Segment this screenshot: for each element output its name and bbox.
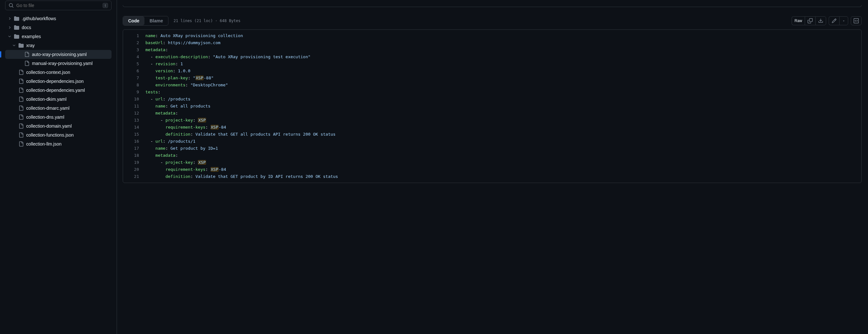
file-icon bbox=[19, 123, 24, 129]
code-line[interactable]: 2baseUrl: https://dummyjson.com bbox=[123, 39, 861, 47]
file-icon bbox=[19, 79, 24, 84]
line-content: requirement-keys: XSP-84 bbox=[146, 166, 861, 173]
copy-button[interactable] bbox=[805, 16, 815, 25]
line-content: - url: /products/1 bbox=[146, 138, 861, 145]
tree-item-manual-xray-provisioning-yaml[interactable]: manual-xray-provisioning.yaml bbox=[5, 59, 112, 68]
tree-label: collection-dependencies.json bbox=[26, 79, 84, 84]
file-icon bbox=[24, 61, 29, 66]
tree-item-collection-context-json[interactable]: collection-context.json bbox=[5, 68, 112, 77]
tree-item-collection-dns-yaml[interactable]: collection-dns.yaml bbox=[5, 113, 112, 121]
tree-label: .github/workflows bbox=[22, 16, 56, 21]
code-line[interactable]: 21 definition: Validate that GET product… bbox=[123, 173, 861, 180]
line-number: 21 bbox=[123, 173, 146, 180]
tree-label: collection-context.json bbox=[26, 70, 70, 75]
code-line[interactable]: 13 - project-key: XSP bbox=[123, 117, 861, 124]
tree-item-collection-dependencies-yaml[interactable]: collection-dependencies.yaml bbox=[5, 86, 112, 95]
code-line[interactable]: 11 name: Get all products bbox=[123, 103, 861, 110]
triangle-down-icon bbox=[842, 19, 845, 22]
code-line[interactable]: 19 - project-key: XSP bbox=[123, 159, 861, 166]
tree-item--github-workflows[interactable]: .github/workflows bbox=[5, 14, 112, 23]
tree-item-xray[interactable]: xray bbox=[5, 41, 112, 50]
pencil-icon bbox=[832, 18, 837, 23]
code-line[interactable]: 5 - revision: 1 bbox=[123, 60, 861, 67]
code-line[interactable]: 17 name: Get product by ID=1 bbox=[123, 145, 861, 152]
copy-icon bbox=[808, 18, 813, 23]
line-content: metadata: bbox=[146, 152, 861, 159]
code-line[interactable]: 3metadata: bbox=[123, 47, 861, 53]
tree-label: manual-xray-provisioning.yaml bbox=[32, 61, 93, 66]
tree-item-collection-domain-yaml[interactable]: collection-domain.yaml bbox=[5, 121, 112, 131]
chevron-down-icon bbox=[12, 44, 16, 47]
code-line[interactable]: 20 requirement-keys: XSP-84 bbox=[123, 166, 861, 173]
tree-label: collection-functions.json bbox=[26, 133, 74, 138]
header-divider bbox=[123, 5, 862, 7]
line-content: metadata: bbox=[146, 47, 861, 53]
code-line[interactable]: 9tests: bbox=[123, 89, 861, 96]
tree-item-examples[interactable]: examples bbox=[5, 32, 112, 41]
line-number: 19 bbox=[123, 159, 146, 166]
tree-item-collection-dkim-yaml[interactable]: collection-dkim.yaml bbox=[5, 95, 112, 104]
line-content: metadata: bbox=[146, 110, 861, 117]
line-number: 7 bbox=[123, 75, 146, 82]
code-square-icon bbox=[854, 18, 859, 23]
line-content: test-plan-key: "XSP-88" bbox=[146, 75, 861, 82]
main-content: Code Blame 21 lines (21 loc) · 648 Bytes… bbox=[117, 0, 868, 334]
code-line[interactable]: 16 - url: /products/1 bbox=[123, 138, 861, 145]
download-icon bbox=[818, 18, 823, 23]
line-content: name: Get all products bbox=[146, 103, 861, 110]
code-line[interactable]: 6 version: 1.0.0 bbox=[123, 67, 861, 75]
code-line[interactable]: 8 environments: "DesktopChrome" bbox=[123, 82, 861, 89]
code-line[interactable]: 10 - url: /products bbox=[123, 96, 861, 103]
code-line[interactable]: 4 - execution-description: "Auto XRay pr… bbox=[123, 53, 861, 60]
line-content: - project-key: XSP bbox=[146, 159, 861, 166]
search-input[interactable] bbox=[16, 3, 102, 8]
folder-icon bbox=[19, 43, 24, 48]
code-blame-tabs: Code Blame bbox=[123, 16, 168, 26]
file-search[interactable]: t bbox=[5, 1, 112, 10]
chevron-down-icon bbox=[8, 34, 11, 38]
search-shortcut: t bbox=[102, 3, 108, 8]
line-number: 13 bbox=[123, 117, 146, 124]
tab-code[interactable]: Code bbox=[123, 16, 145, 25]
tree-item-collection-dmarc-yaml[interactable]: collection-dmarc.yaml bbox=[5, 104, 112, 113]
code-line[interactable]: 7 test-plan-key: "XSP-88" bbox=[123, 75, 861, 82]
line-number: 11 bbox=[123, 103, 146, 110]
line-number: 14 bbox=[123, 124, 146, 131]
code-line[interactable]: 15 definition: Validate that GET all pro… bbox=[123, 131, 861, 138]
code-line[interactable]: 1name: Auto XRay provisioning collection bbox=[123, 32, 861, 39]
tree-item-collection-dependencies-json[interactable]: collection-dependencies.json bbox=[5, 77, 112, 86]
tree-label: collection-domain.yaml bbox=[26, 123, 71, 129]
code-line[interactable]: 12 metadata: bbox=[123, 110, 861, 117]
symbols-button[interactable] bbox=[851, 16, 862, 25]
tree-item-collection-functions-json[interactable]: collection-functions.json bbox=[5, 131, 112, 139]
line-number: 16 bbox=[123, 138, 146, 145]
code-view[interactable]: 1name: Auto XRay provisioning collection… bbox=[123, 29, 862, 183]
edit-button[interactable] bbox=[829, 16, 839, 25]
file-icon bbox=[19, 114, 24, 120]
code-line[interactable]: 18 metadata: bbox=[123, 152, 861, 159]
chevron-right-icon bbox=[8, 17, 11, 21]
line-number: 1 bbox=[123, 32, 146, 39]
line-content: name: Get product by ID=1 bbox=[146, 145, 861, 152]
tree-item-auto-xray-provisioning-yaml[interactable]: auto-xray-provisioning.yaml bbox=[5, 50, 112, 59]
line-number: 2 bbox=[123, 39, 146, 47]
edit-dropdown[interactable] bbox=[839, 16, 848, 25]
line-number: 8 bbox=[123, 82, 146, 89]
file-icon bbox=[19, 141, 24, 146]
search-icon bbox=[9, 3, 14, 8]
raw-button[interactable]: Raw bbox=[792, 16, 805, 25]
folder-icon bbox=[14, 16, 19, 21]
file-info: 21 lines (21 loc) · 648 Bytes bbox=[174, 19, 241, 23]
tree-item-docs[interactable]: docs bbox=[5, 23, 112, 32]
file-icon bbox=[19, 106, 24, 111]
download-button[interactable] bbox=[815, 16, 826, 25]
line-number: 9 bbox=[123, 89, 146, 96]
line-content: version: 1.0.0 bbox=[146, 67, 861, 75]
line-content: definition: Validate that GET all produc… bbox=[146, 131, 861, 138]
tree-item-collection-llm-json[interactable]: collection-llm.json bbox=[5, 139, 112, 148]
code-line[interactable]: 14 requirement-keys: XSP-84 bbox=[123, 124, 861, 131]
tree-label: auto-xray-provisioning.yaml bbox=[32, 52, 87, 57]
line-content: environments: "DesktopChrome" bbox=[146, 82, 861, 89]
tab-blame[interactable]: Blame bbox=[145, 16, 168, 25]
line-number: 20 bbox=[123, 166, 146, 173]
